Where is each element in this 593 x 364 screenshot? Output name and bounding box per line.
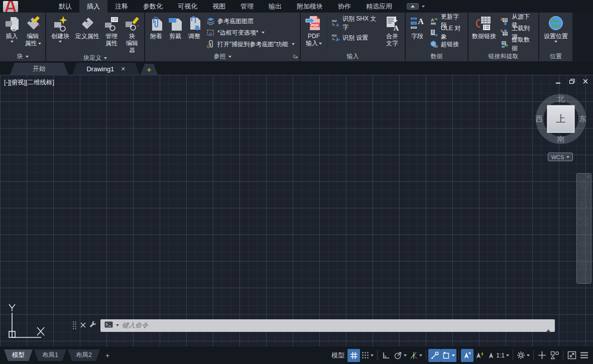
- close-tab-icon[interactable]: ×: [121, 65, 125, 73]
- object-snap-tracking-toggle[interactable]: [408, 349, 424, 362]
- zoom-extents-icon[interactable]: [579, 214, 589, 230]
- new-layout-button[interactable]: +: [101, 351, 113, 359]
- ribbon-tab-parametric[interactable]: 参数化: [136, 0, 170, 13]
- fullscreen-toggle[interactable]: [565, 349, 578, 362]
- viewcube-south[interactable]: 南: [557, 135, 565, 144]
- close-icon[interactable]: [583, 79, 588, 84]
- minimize-icon[interactable]: [556, 79, 561, 84]
- showmotion-icon[interactable]: [578, 257, 589, 273]
- dropdown-arrow-icon[interactable]: [527, 354, 530, 356]
- ortho-toggle[interactable]: [380, 349, 392, 362]
- ucs-icon[interactable]: [3, 300, 49, 344]
- ribbon-tab-collaborate[interactable]: 协作: [330, 0, 359, 13]
- viewcube-east[interactable]: 东: [579, 114, 586, 124]
- create-block-button[interactable]: 创建块: [48, 14, 73, 54]
- file-tab-start[interactable]: 开始: [10, 63, 68, 75]
- dropdown-arrow-icon[interactable]: [582, 254, 585, 256]
- underlay-layers-button[interactable]: 参考底图图层: [205, 16, 297, 26]
- tab-model[interactable]: 模型: [4, 349, 33, 361]
- ribbon-tab-insert[interactable]: 插入: [79, 0, 107, 13]
- app-logo-icon[interactable]: [3, 1, 18, 12]
- ribbon-tab-view[interactable]: 视图: [205, 0, 233, 13]
- new-drawing-button[interactable]: +: [141, 64, 158, 75]
- panel-title-data[interactable]: 数据: [406, 52, 467, 61]
- viewcube-west[interactable]: 西: [535, 114, 543, 124]
- panel-title-linking[interactable]: 链接和提取: [468, 52, 538, 61]
- workspace-switching-button[interactable]: [515, 349, 531, 362]
- orbit-icon[interactable]: [578, 235, 589, 252]
- edit-attributes-button[interactable]: 编辑 属性: [22, 14, 44, 52]
- recognition-settings-button[interactable]: PDF 识别 设置: [330, 33, 380, 43]
- polar-tracking-toggle[interactable]: [392, 349, 408, 362]
- combine-text-button[interactable]: A 合并 文字: [381, 14, 403, 52]
- block-editor-button[interactable]: 块 编辑器: [122, 14, 143, 54]
- panel-title-location[interactable]: 位置: [539, 52, 572, 61]
- customize-menu-icon[interactable]: [578, 349, 590, 362]
- drawing-viewport[interactable]: [-][俯视][二维线框] 北 南 西 东 上 WCS ⊗: [0, 75, 593, 346]
- viewcube[interactable]: 北 南 西 东 上: [535, 93, 587, 145]
- recent-commands-arrow-icon[interactable]: [116, 324, 119, 326]
- model-space-label[interactable]: 模型: [331, 351, 344, 360]
- dropdown-arrow-icon[interactable]: [582, 194, 585, 196]
- ribbon-collapse-menu-icon[interactable]: [422, 6, 425, 8]
- hyperlink-button[interactable]: 超链接: [428, 39, 465, 49]
- panel-title-reference[interactable]: 参照: [145, 52, 300, 61]
- dialog-launcher-icon[interactable]: [293, 53, 298, 60]
- data-link-button[interactable]: 数据链接: [470, 14, 498, 52]
- annotation-visibility-toggle[interactable]: [461, 349, 473, 362]
- snap-mode-toggle[interactable]: [360, 349, 375, 362]
- clip-button[interactable]: 剪裁: [166, 14, 185, 52]
- ribbon-tab-addins[interactable]: 附加模块: [289, 0, 330, 13]
- dropdown-arrow-icon[interactable]: [506, 354, 509, 356]
- dropdown-arrow-icon[interactable]: [582, 232, 585, 234]
- selection-cycling-toggle[interactable]: [441, 349, 456, 362]
- ole-object-button[interactable]: OLE 对象: [428, 28, 465, 38]
- dropdown-arrow-icon[interactable]: [419, 354, 422, 356]
- define-attributes-button[interactable]: 定义属性: [73, 14, 101, 54]
- ribbon-collapse-button[interactable]: [407, 3, 419, 10]
- command-history-expand-icon[interactable]: [546, 321, 551, 330]
- command-input[interactable]: 键入命令: [122, 321, 543, 330]
- pan-hand-icon[interactable]: [579, 197, 589, 214]
- tab-layout2[interactable]: 布局2: [68, 349, 100, 361]
- crosshair-plus-icon[interactable]: [536, 349, 548, 362]
- snap-to-underlay-button[interactable]: 打开"捕捉到参考底图"功能: [205, 39, 297, 49]
- ribbon-tab-featured-apps[interactable]: 精选应用: [359, 0, 400, 13]
- object-snap-toggle[interactable]: [428, 349, 441, 362]
- command-customize-wrench-icon[interactable]: [89, 321, 97, 330]
- ribbon-tab-output[interactable]: 输出: [261, 0, 289, 13]
- ribbon-tab-visualize[interactable]: 可视化: [170, 0, 205, 13]
- command-prompt-icon[interactable]: [104, 321, 113, 330]
- tab-layout1[interactable]: 布局1: [34, 349, 66, 361]
- pdf-import-button[interactable]: PDF PDF 输入: [302, 14, 325, 52]
- field-button[interactable]: A 字段: [407, 14, 427, 52]
- frames-option-button[interactable]: (I) *边框可变选项*: [205, 28, 297, 38]
- ribbon-tab-annotate[interactable]: 注释: [107, 0, 136, 13]
- annotation-autoscale-toggle[interactable]: [473, 349, 486, 362]
- dropdown-arrow-icon[interactable]: [404, 354, 407, 356]
- viewcube-top-face[interactable]: 上: [547, 105, 575, 133]
- dropdown-arrow-icon[interactable]: [371, 354, 374, 356]
- recognize-shx-text-button[interactable]: PDFA 识别 SHX 文字: [330, 18, 380, 28]
- file-tab-drawing1[interactable]: Drawing1 ×: [72, 63, 140, 75]
- grid-toggle[interactable]: [347, 349, 360, 362]
- manage-attributes-button[interactable]: 管理 属性: [101, 14, 122, 54]
- command-close-icon[interactable]: [80, 321, 86, 330]
- extract-data-button[interactable]: 提取数据: [499, 39, 536, 49]
- navbar-close-icon[interactable]: ⊗: [586, 174, 590, 179]
- viewcube-north[interactable]: 北: [557, 94, 565, 104]
- isolate-objects-toggle[interactable]: [548, 349, 561, 362]
- wcs-dropdown[interactable]: WCS: [548, 153, 573, 161]
- set-location-button[interactable]: 设置位置: [541, 14, 570, 52]
- annotation-scale-button[interactable]: 1:1: [486, 349, 511, 362]
- attach-button[interactable]: 附着: [147, 14, 166, 52]
- adjust-button[interactable]: 调整: [185, 14, 204, 52]
- command-grip-handle[interactable]: [72, 321, 77, 330]
- ribbon-tab-default[interactable]: 默认: [51, 0, 79, 13]
- viewport-controls-label[interactable]: [-][俯视][二维线框]: [4, 78, 54, 87]
- panel-title-import[interactable]: 输入: [301, 52, 405, 61]
- command-input-bar[interactable]: 键入命令: [100, 319, 555, 332]
- dropdown-arrow-icon[interactable]: [452, 354, 455, 356]
- restore-icon[interactable]: [569, 79, 575, 84]
- panel-title-block[interactable]: 块: [0, 52, 45, 61]
